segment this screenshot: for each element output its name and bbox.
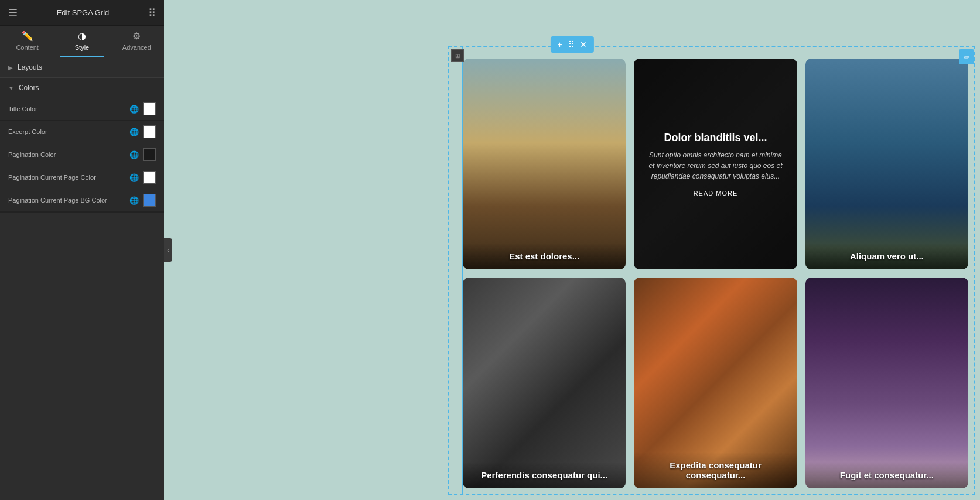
advanced-tab-label: Advanced xyxy=(122,44,151,51)
widget-close-button[interactable]: ✕ xyxy=(578,39,589,50)
title-color-global-icon[interactable]: 🌐 xyxy=(129,104,139,114)
pagination-color-row: Pagination Color 🌐 xyxy=(0,143,164,166)
pagination-current-page-bg-color-controls: 🌐 xyxy=(129,194,156,207)
title-color-controls: 🌐 xyxy=(129,102,156,115)
title-color-row: Title Color 🌐 xyxy=(0,98,164,121)
pagination-current-page-color-row: Pagination Current Page Color 🌐 xyxy=(0,166,164,189)
grid-card-1[interactable]: Est est dolores... xyxy=(463,59,626,269)
grid-card-2[interactable]: Dolor blanditiis vel... Sunt optio omnis… xyxy=(634,59,797,269)
grid-card-6[interactable]: Fugit et consequatur... xyxy=(805,278,968,488)
grid-card-4[interactable]: Perferendis consequatur qui... xyxy=(463,278,626,488)
pagination-current-page-color-controls: 🌐 xyxy=(129,171,156,184)
canvas-area: + ⠿ ✕ ⊞ ✏ Est est dolores... Dolor bland… xyxy=(164,0,980,500)
pagination-current-page-bg-color-swatch[interactable] xyxy=(143,194,156,207)
pagination-color-global-icon[interactable]: 🌐 xyxy=(129,149,139,160)
grid-icon[interactable]: ⠿ xyxy=(148,6,156,19)
card-5-title: Expedita consequatur consequatur... xyxy=(634,452,797,488)
colors-section-label: Colors xyxy=(19,84,39,92)
topbar-title: Edit SPGA Grid xyxy=(57,8,110,17)
card-2-overlay: Dolor blanditiis vel... Sunt optio omnis… xyxy=(634,59,797,269)
card-3-title: Aliquam vero ut... xyxy=(805,243,968,269)
grid-resize-icon[interactable]: ⊞ xyxy=(451,49,464,62)
canvas-left-line xyxy=(462,46,463,495)
excerpt-color-swatch[interactable] xyxy=(143,125,156,138)
colors-section-header[interactable]: ▼ Colors xyxy=(0,78,164,98)
widget-move-button[interactable]: ⠿ xyxy=(566,39,576,50)
pagination-current-page-bg-color-global-icon[interactable]: 🌐 xyxy=(129,195,139,206)
card-4-title: Perferendis consequatur qui... xyxy=(463,462,626,488)
image-grid: Est est dolores... Dolor blanditiis vel.… xyxy=(463,59,968,488)
excerpt-color-global-icon[interactable]: 🌐 xyxy=(129,126,139,137)
card-2-title: Dolor blanditiis vel... xyxy=(664,132,767,144)
grid-card-5[interactable]: Expedita consequatur consequatur... xyxy=(634,278,797,488)
tab-content[interactable]: ✏️ Content xyxy=(0,26,54,57)
layouts-arrow-icon: ▶ xyxy=(8,64,13,71)
pagination-current-page-color-swatch[interactable] xyxy=(143,171,156,184)
card-2-excerpt: Sunt optio omnis architecto nam et minim… xyxy=(646,150,785,181)
pagination-color-label: Pagination Color xyxy=(8,151,56,158)
grid-card-3[interactable]: Aliquam vero ut... xyxy=(805,59,968,269)
style-tab-label: Style xyxy=(75,44,89,51)
layouts-section-header[interactable]: ▶ Layouts xyxy=(0,57,164,78)
content-tab-label: Content xyxy=(16,44,39,51)
excerpt-color-controls: 🌐 xyxy=(129,125,156,138)
title-color-label: Title Color xyxy=(8,105,37,112)
menu-icon[interactable]: ☰ xyxy=(8,6,18,19)
widget-add-button[interactable]: + xyxy=(555,39,564,50)
topbar: ☰ Edit SPGA Grid ⠿ xyxy=(0,0,164,26)
content-tab-icon: ✏️ xyxy=(22,30,33,42)
style-tab-icon: ◑ xyxy=(78,30,86,42)
tabs-bar: ✏️ Content ◑ Style ⚙ Advanced xyxy=(0,26,164,57)
pagination-current-page-color-global-icon[interactable]: 🌐 xyxy=(129,172,139,183)
tab-advanced[interactable]: ⚙ Advanced xyxy=(110,26,164,57)
sidebar: ☰ Edit SPGA Grid ⠿ ✏️ Content ◑ Style ⚙ … xyxy=(0,0,164,500)
excerpt-color-row: Excerpt Color 🌐 xyxy=(0,121,164,143)
layouts-section-label: Layouts xyxy=(18,63,42,71)
edit-corner-button[interactable]: ✏ xyxy=(959,49,974,64)
pagination-current-page-bg-color-row: Pagination Current Page BG Color 🌐 xyxy=(0,189,164,212)
card-2-read-more-button[interactable]: READ MORE xyxy=(694,190,738,197)
card-1-title: Est est dolores... xyxy=(463,243,626,269)
pagination-current-page-bg-color-label: Pagination Current Page BG Color xyxy=(8,197,107,204)
colors-section: ▼ Colors Title Color 🌐 Excerpt Color 🌐 P… xyxy=(0,78,164,213)
tab-style[interactable]: ◑ Style xyxy=(54,26,109,57)
pagination-color-swatch[interactable] xyxy=(143,148,156,161)
excerpt-color-label: Excerpt Color xyxy=(8,128,47,135)
advanced-tab-icon: ⚙ xyxy=(132,30,141,42)
pagination-color-controls: 🌐 xyxy=(129,148,156,161)
title-color-swatch[interactable] xyxy=(143,102,156,115)
widget-toolbar: + ⠿ ✕ xyxy=(550,36,593,53)
card-6-title: Fugit et consequatur... xyxy=(805,462,968,488)
sidebar-collapse-handle[interactable]: ‹ xyxy=(164,238,172,262)
pagination-current-page-color-label: Pagination Current Page Color xyxy=(8,174,96,181)
colors-arrow-icon: ▼ xyxy=(8,85,14,91)
